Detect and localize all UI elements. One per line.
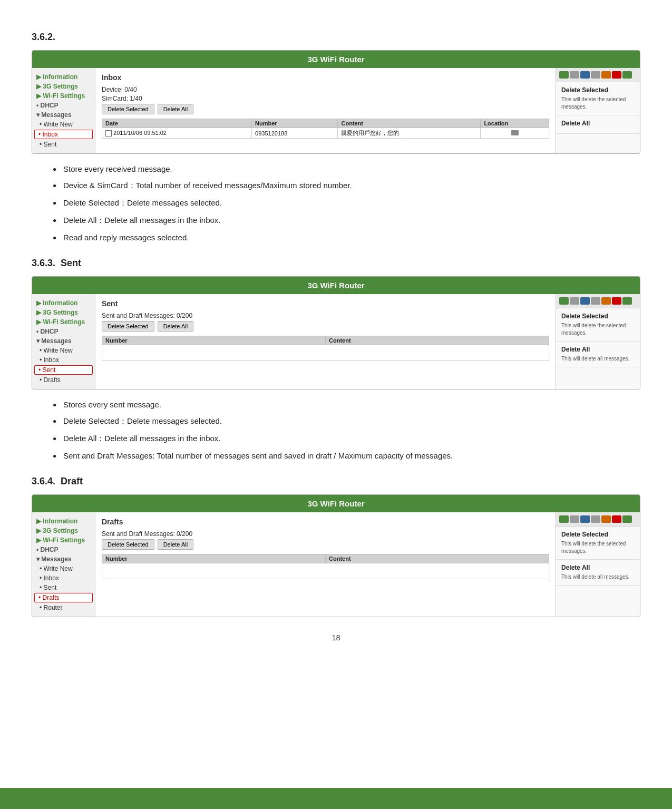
inbox-table: Date Number Content Location 2011/10/06 … bbox=[102, 119, 549, 139]
sidebar-draft-active[interactable]: • Drafts bbox=[34, 593, 93, 602]
sidebar-sent-3g[interactable]: ▶ 3G Settings bbox=[32, 308, 95, 317]
draft-right-delete-selected-desc: This will delete the selected messages. bbox=[561, 540, 635, 555]
icon-4 bbox=[591, 71, 600, 79]
sidebar-draft: ▶ Information ▶ 3G Settings ▶ Wi-Fi Sett… bbox=[32, 512, 95, 617]
sidebar-draft-router[interactable]: • Router bbox=[32, 603, 95, 612]
router-panel-inbox: 3G WiFi Router ▶ Information ▶ 3G Settin… bbox=[32, 50, 640, 154]
draft-icon-3 bbox=[580, 515, 590, 523]
draft-empty-row bbox=[102, 563, 549, 579]
delete-selected-btn[interactable]: Delete Selected bbox=[102, 104, 154, 114]
sidebar-inbox-active[interactable]: • Inbox bbox=[34, 130, 93, 139]
right-panel-draft: Delete Selected This will delete the sel… bbox=[556, 512, 640, 617]
section-inbox: 3.6.2. 3G WiFi Router ▶ Information ▶ 3G… bbox=[32, 32, 640, 242]
inbox-title: Inbox bbox=[102, 73, 549, 82]
icon-1 bbox=[559, 71, 569, 79]
section-title-inbox: 3.6.2. bbox=[32, 32, 640, 43]
sidebar-draft-sent[interactable]: • Sent bbox=[32, 583, 95, 592]
col-date: Date bbox=[102, 119, 252, 128]
sent-delete-selected-btn[interactable]: Delete Selected bbox=[102, 321, 154, 332]
draft-title: Drafts bbox=[102, 518, 549, 526]
draft-icon-5 bbox=[601, 515, 611, 523]
sidebar-draft-inbox[interactable]: • Inbox bbox=[32, 573, 95, 583]
sidebar-draft-3g[interactable]: ▶ 3G Settings bbox=[32, 526, 95, 535]
sidebar-messages: ▾ Messages bbox=[32, 110, 95, 120]
sent-buttons: Delete Selected Delete All bbox=[102, 321, 549, 332]
sent-right-icons bbox=[556, 294, 640, 308]
icon-7 bbox=[622, 71, 632, 79]
sent-icon-5 bbox=[601, 297, 611, 305]
router-header-inbox: 3G WiFi Router bbox=[32, 51, 640, 68]
sidebar-draft-information[interactable]: ▶ Information bbox=[32, 516, 95, 526]
draft-col-content: Content bbox=[326, 554, 549, 563]
router-body-sent: ▶ Information ▶ 3G Settings ▶ Wi-Fi Sett… bbox=[32, 294, 640, 389]
table-row: 2011/10/06 09:51:02 0935120188 親愛的用戶您好，您… bbox=[102, 128, 549, 139]
sidebar-sent: ▶ Information ▶ 3G Settings ▶ Wi-Fi Sett… bbox=[32, 294, 95, 389]
sidebar-draft-wifi[interactable]: ▶ Wi-Fi Settings bbox=[32, 535, 95, 545]
sidebar-sent-drafts[interactable]: • Drafts bbox=[32, 375, 95, 385]
col-content: Content bbox=[338, 119, 481, 128]
sent-right-delete-selected-desc: This will delete the selected messages. bbox=[561, 322, 635, 337]
sidebar-sent-wifi[interactable]: ▶ Wi-Fi Settings bbox=[32, 317, 95, 327]
sidebar-sent-inbox[interactable]: • Inbox bbox=[32, 355, 95, 365]
sidebar-sent-messages: ▾ Messages bbox=[32, 336, 95, 346]
right-delete-all-title: Delete All bbox=[561, 120, 635, 127]
sidebar-dhcp: • DHCP bbox=[32, 101, 95, 110]
section-sent: 3.6.3. Sent 3G WiFi Router ▶ Information… bbox=[32, 258, 640, 460]
sidebar-draft-messages: ▾ Messages bbox=[32, 554, 95, 564]
page-footer bbox=[0, 788, 672, 809]
draft-icon-2 bbox=[570, 515, 579, 523]
bullet-4: Delete All：Delete all messages in the in… bbox=[53, 216, 640, 226]
draft-right-delete-all: Delete All This will delete all messages… bbox=[556, 560, 640, 586]
sent-draft-line: Sent and Draft Messages: 0/200 bbox=[102, 312, 549, 319]
page-number: 18 bbox=[32, 633, 640, 642]
bullet-2: Device & SimCard：Total number of receive… bbox=[53, 181, 640, 191]
sent-delete-all-btn[interactable]: Delete All bbox=[158, 321, 193, 332]
sidebar-write-new[interactable]: • Write New bbox=[32, 120, 95, 129]
icon-6 bbox=[612, 71, 621, 79]
sidebar-3g-settings[interactable]: ▶ 3G Settings bbox=[32, 82, 95, 91]
draft-icon-1 bbox=[559, 515, 569, 523]
section-draft: 3.6.4. Draft 3G WiFi Router ▶ Informatio… bbox=[32, 476, 640, 617]
router-body-inbox: ▶ Information ▶ 3G Settings ▶ Wi-Fi Sett… bbox=[32, 68, 640, 153]
sidebar-sent-active[interactable]: • Sent bbox=[34, 365, 93, 375]
right-icons bbox=[556, 68, 640, 82]
right-panel-inbox: Delete Selected This will delete the sel… bbox=[556, 68, 640, 153]
draft-table: Number Content bbox=[102, 554, 549, 579]
sent-icon-1 bbox=[559, 297, 569, 305]
right-panel-sent: Delete Selected This will delete the sel… bbox=[556, 294, 640, 389]
bullet-1: Store every received message. bbox=[53, 164, 640, 173]
sent-icon-3 bbox=[580, 297, 590, 305]
sidebar-information[interactable]: ▶ Information bbox=[32, 72, 95, 82]
sidebar-wifi-settings[interactable]: ▶ Wi-Fi Settings bbox=[32, 91, 95, 101]
section-title-draft: 3.6.4. Draft bbox=[32, 476, 640, 487]
sidebar-sent-write-new[interactable]: • Write New bbox=[32, 346, 95, 355]
sent-bullets: Stores every sent message. Delete Select… bbox=[53, 400, 640, 460]
sent-col-number: Number bbox=[102, 336, 326, 345]
sidebar-draft-dhcp: • DHCP bbox=[32, 545, 95, 554]
sidebar-draft-write-new[interactable]: • Write New bbox=[32, 564, 95, 573]
sent-empty-cell bbox=[102, 345, 549, 361]
draft-icon-6 bbox=[612, 515, 621, 523]
bullet-3: Delete Selected：Delete messages selected… bbox=[53, 198, 640, 208]
sent-bullet-1: Stores every sent message. bbox=[53, 400, 640, 409]
device-line: Device: 0/40 bbox=[102, 86, 549, 93]
sent-icon-7 bbox=[622, 297, 632, 305]
main-sent: Sent Sent and Draft Messages: 0/200 Dele… bbox=[95, 294, 556, 389]
delete-all-btn[interactable]: Delete All bbox=[158, 104, 193, 114]
router-panel-sent: 3G WiFi Router ▶ Information ▶ 3G Settin… bbox=[32, 276, 640, 389]
section-title-sent: 3.6.3. Sent bbox=[32, 258, 640, 269]
right-delete-all: Delete All bbox=[556, 115, 640, 134]
sidebar-sent-dhcp: • DHCP bbox=[32, 327, 95, 336]
sent-right-delete-selected-title: Delete Selected bbox=[561, 313, 635, 320]
sent-bullet-4: Sent and Draft Messages: Total number of… bbox=[53, 451, 640, 460]
sidebar-sent-information[interactable]: ▶ Information bbox=[32, 298, 95, 308]
draft-right-delete-selected: Delete Selected This will delete the sel… bbox=[556, 527, 640, 560]
sent-right-delete-all: Delete All This will delete all messages… bbox=[556, 342, 640, 367]
sidebar-sent[interactable]: • Sent bbox=[32, 140, 95, 149]
cell-checkbox[interactable]: 2011/10/06 09:51:02 bbox=[102, 128, 252, 139]
draft-delete-all-btn[interactable]: Delete All bbox=[158, 539, 193, 550]
right-delete-selected-desc: This will delete the selected messages. bbox=[561, 96, 635, 111]
cell-location bbox=[481, 128, 549, 139]
right-delete-selected-title: Delete Selected bbox=[561, 86, 635, 94]
draft-delete-selected-btn[interactable]: Delete Selected bbox=[102, 539, 154, 550]
